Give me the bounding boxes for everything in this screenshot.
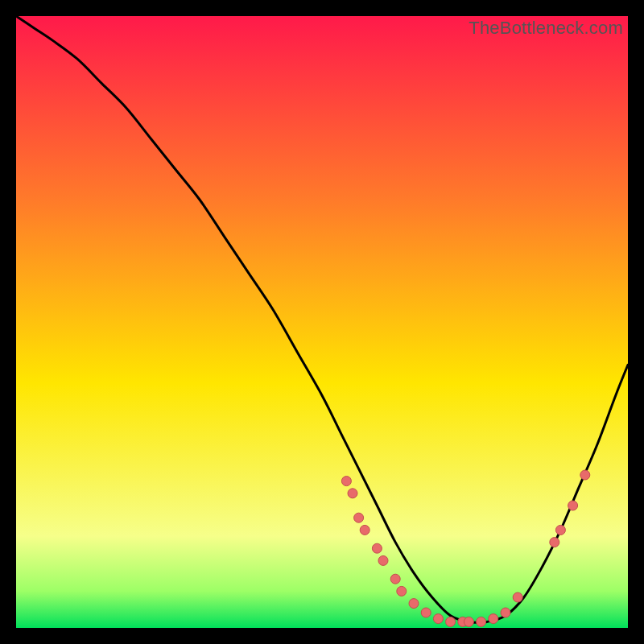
data-point <box>568 501 578 510</box>
data-point <box>397 586 407 596</box>
plot-area <box>16 16 628 628</box>
data-point <box>580 470 590 480</box>
data-point <box>464 617 473 626</box>
data-point <box>390 574 400 584</box>
data-point <box>550 538 559 547</box>
data-point <box>501 608 510 617</box>
data-point <box>348 489 357 498</box>
data-point <box>409 599 419 609</box>
data-point <box>555 525 565 535</box>
data-point <box>421 608 431 617</box>
gradient-background <box>16 16 628 628</box>
data-point <box>477 617 486 626</box>
data-point <box>360 525 369 535</box>
data-point <box>341 477 351 486</box>
data-point <box>433 614 443 624</box>
data-point <box>354 513 364 522</box>
data-point <box>489 614 498 624</box>
data-point <box>372 543 382 553</box>
data-point <box>446 617 456 626</box>
data-point <box>378 555 388 565</box>
chart-svg <box>16 16 628 628</box>
watermark-text: TheBottleneck.com <box>469 18 623 39</box>
data-point <box>513 592 522 602</box>
chart-frame: TheBottleneck.com <box>16 16 628 628</box>
